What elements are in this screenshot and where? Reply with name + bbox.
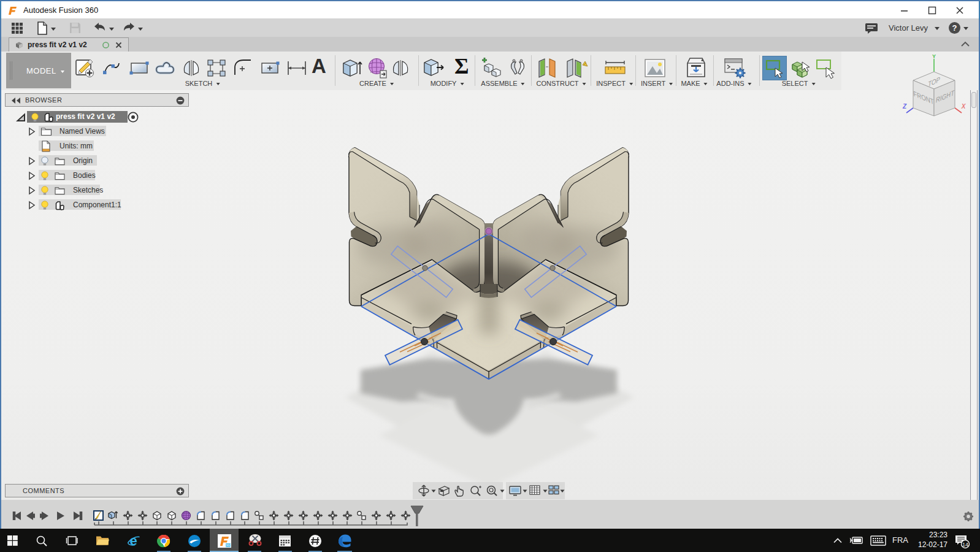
svg-text:Z: Z — [902, 103, 907, 110]
svg-text:360: 360 — [225, 543, 231, 547]
svg-text:14: 14 — [962, 542, 968, 548]
svg-text:Y: Y — [932, 54, 936, 59]
svg-text:X: X — [961, 103, 967, 110]
svg-text:?: ? — [952, 23, 957, 33]
svg-text:e: e — [129, 534, 137, 548]
